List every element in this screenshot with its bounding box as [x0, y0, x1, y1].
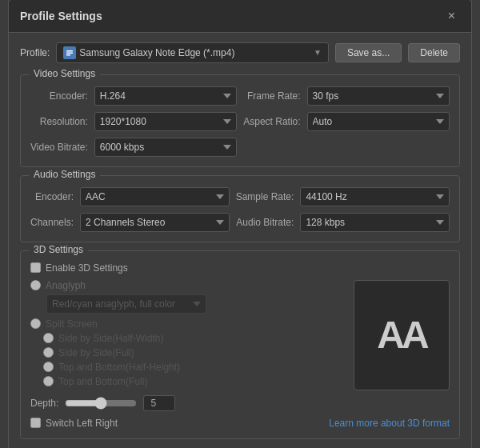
3d-preview: AA: [354, 280, 450, 390]
video-settings-section: Video Settings Encoder: H.264 Frame Rate…: [20, 74, 460, 167]
switch-lr-row: Switch Left Right: [30, 418, 118, 429]
top-bottom-full-radio[interactable]: [43, 376, 54, 386]
frame-rate-label: Frame Rate:: [243, 90, 300, 102]
aspect-ratio-select[interactable]: Auto: [307, 112, 450, 131]
top-bottom-full-label: Top and Bottom(Full): [58, 376, 147, 387]
3d-settings-section: 3D Settings Enable 3D Settings Anaglyph …: [20, 250, 460, 439]
split-screen-radio[interactable]: [30, 318, 41, 329]
depth-label: Depth:: [30, 398, 58, 409]
title-bar: Profile Settings ×: [9, 0, 471, 33]
side-half-row: Side by Side(Half-Width): [43, 333, 346, 344]
save-as-button[interactable]: Save as...: [335, 43, 402, 62]
svg-rect-1: [66, 50, 73, 52]
audio-encoder-select[interactable]: AAC: [80, 187, 230, 206]
audio-section-title: Audio Settings: [29, 169, 100, 180]
3d-layout: Anaglyph Red/cyan anaglyph, full color S…: [30, 280, 450, 390]
video-bitrate-select[interactable]: 6000 kbps: [94, 138, 237, 157]
profile-icon: [63, 46, 76, 59]
3d-options-left: Anaglyph Red/cyan anaglyph, full color S…: [30, 280, 346, 390]
sample-rate-select[interactable]: 44100 Hz: [300, 187, 450, 206]
close-button[interactable]: ×: [443, 8, 460, 24]
side-half-label: Side by Side(Half-Width): [58, 333, 163, 344]
depth-row: Depth:: [30, 395, 450, 411]
resolution-select[interactable]: 1920*1080: [94, 112, 237, 131]
aspect-ratio-label: Aspect Ratio:: [243, 116, 300, 127]
anaglyph-label: Anaglyph: [46, 280, 86, 291]
video-section-title: Video Settings: [29, 68, 100, 79]
top-bottom-half-radio[interactable]: [43, 362, 54, 372]
top-bottom-half-row: Top and Bottom(Half-Height): [43, 362, 346, 373]
3d-section-title: 3D Settings: [29, 244, 88, 255]
audio-settings-section: Audio Settings Encoder: AAC Sample Rate:…: [20, 175, 460, 242]
side-full-radio[interactable]: [43, 347, 54, 358]
profile-settings-dialog: Profile Settings × Profile: Samsung Gala…: [8, 0, 472, 448]
svg-rect-3: [66, 54, 70, 56]
profile-row: Profile: Samsung Galaxy Note Edge (*.mp4…: [20, 42, 460, 63]
profile-dropdown-arrow: ▼: [314, 48, 322, 57]
audio-bitrate-select[interactable]: 128 kbps: [300, 213, 450, 232]
side-half-radio[interactable]: [43, 333, 54, 343]
side-full-row: Side by Side(Full): [43, 347, 346, 358]
sample-rate-label: Sample Rate:: [236, 191, 294, 202]
split-screen-row: Split Screen: [30, 318, 346, 330]
channels-select[interactable]: 2 Channels Stereo: [80, 213, 230, 232]
dialog-title: Profile Settings: [20, 10, 102, 22]
switch-lr-checkbox[interactable]: [30, 418, 41, 428]
bottom-row: Switch Left Right Learn more about 3D fo…: [30, 418, 450, 429]
delete-button[interactable]: Delete: [408, 43, 460, 62]
svg-rect-2: [66, 52, 73, 54]
side-full-label: Side by Side(Full): [58, 347, 134, 358]
enable-3d-row: Enable 3D Settings: [30, 262, 450, 274]
enable-3d-checkbox[interactable]: [30, 262, 41, 273]
frame-rate-select[interactable]: 30 fps: [307, 86, 450, 106]
anaglyph-row: Anaglyph: [30, 280, 346, 291]
top-bottom-half-label: Top and Bottom(Half-Height): [58, 362, 180, 373]
split-screen-label: Split Screen: [46, 318, 98, 330]
video-bitrate-label: Video Bitrate:: [30, 142, 88, 153]
learn-more-link[interactable]: Learn more about 3D format: [118, 418, 450, 429]
depth-slider[interactable]: [65, 397, 137, 410]
top-bottom-full-row: Top and Bottom(Full): [43, 376, 346, 387]
audio-bitrate-label: Audio Bitrate:: [236, 217, 294, 228]
encoder-select[interactable]: H.264: [94, 86, 237, 106]
depth-input[interactable]: [143, 395, 175, 411]
audio-encoder-label: Encoder:: [30, 191, 74, 202]
profile-select-text: Samsung Galaxy Note Edge (*.mp4): [79, 47, 309, 58]
audio-form-grid: Encoder: AAC Sample Rate: 44100 Hz Chann…: [30, 187, 450, 232]
channels-label: Channels:: [30, 217, 74, 228]
anaglyph-select[interactable]: Red/cyan anaglyph, full color: [46, 294, 206, 314]
profile-label: Profile:: [20, 47, 50, 58]
switch-lr-label: Switch Left Right: [46, 418, 118, 429]
dialog-body: Profile: Samsung Galaxy Note Edge (*.mp4…: [9, 33, 471, 449]
video-form-grid: Encoder: H.264 Frame Rate: 30 fps Resolu…: [30, 86, 450, 157]
encoder-label: Encoder:: [30, 90, 88, 102]
resolution-label: Resolution:: [30, 116, 88, 127]
aa-preview-text: AA: [377, 313, 426, 357]
enable-3d-label: Enable 3D Settings: [46, 262, 128, 274]
profile-dropdown[interactable]: Samsung Galaxy Note Edge (*.mp4) ▼: [56, 42, 329, 63]
anaglyph-radio[interactable]: [30, 280, 41, 290]
